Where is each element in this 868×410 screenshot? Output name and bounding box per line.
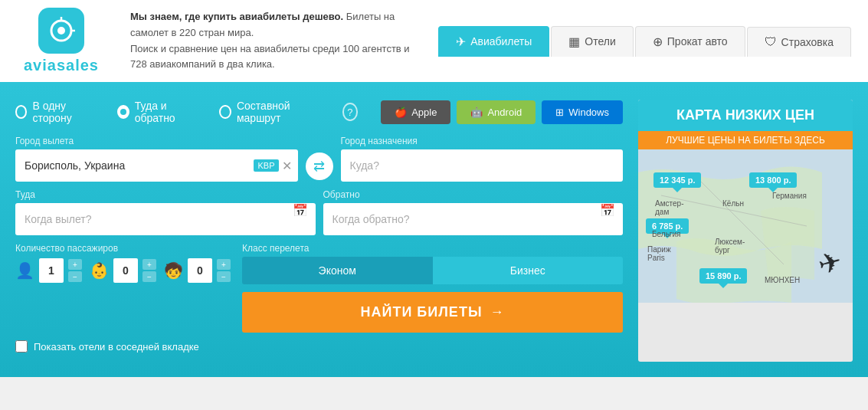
- infant-icon: 🧒: [164, 261, 183, 280]
- hotels-icon: ▦: [568, 34, 580, 49]
- economy-button[interactable]: Эконом: [242, 257, 433, 284]
- price-tag-4: 15 890 р.: [699, 268, 747, 284]
- origin-destination-row: Город вылета KBP ✕ ⇄ Город назначения: [15, 136, 623, 182]
- radio-options: В одну сторону Туда и обратно Составной …: [15, 100, 358, 124]
- radio-circle-one-way: [15, 105, 27, 119]
- airport-code-badge: KBP: [254, 159, 278, 172]
- tab-cars[interactable]: ⊕ Прокат авто: [635, 26, 745, 57]
- class-label: Класс перелета: [242, 243, 623, 254]
- cars-icon: ⊕: [653, 34, 663, 49]
- to-group: Город назначения: [341, 136, 624, 182]
- search-btn-label: НАЙТИ БИЛЕТЫ: [361, 304, 483, 320]
- passengers-label: Количество пассажиров: [15, 243, 231, 254]
- clear-from-button[interactable]: ✕: [282, 159, 292, 173]
- radio-circle-round-trip: [117, 105, 129, 119]
- from-group: Город вылета KBP ✕: [15, 136, 298, 182]
- ad-banner-container: КАРТА НИЗКИХ ЦЕН ЛУЧШИЕ ЦЕНЫ НА БИЛЕТЫ З…: [638, 100, 853, 362]
- logo-area: aviasales: [15, 8, 107, 74]
- city-munich: МЮНХЕН: [765, 276, 800, 284]
- class-buttons: Эконом Бизнес: [242, 257, 623, 284]
- return-input[interactable]: [323, 203, 624, 235]
- to-label: Город назначения: [341, 136, 624, 146]
- apple-button[interactable]: 🍎 Apple: [381, 100, 450, 124]
- passengers-row: 👤 1 + − 👶 0 + −: [15, 258, 231, 283]
- tagline-bold: Мы знаем, где купить авиабилеты дешево.: [130, 11, 343, 22]
- depart-group: Туда 📅: [15, 189, 316, 235]
- radio-one-way[interactable]: В одну сторону: [15, 100, 94, 124]
- return-group: Обратно 📅: [323, 189, 624, 235]
- infants-increment[interactable]: +: [217, 259, 231, 270]
- ad-title: КАРТА НИЗКИХ ЦЕН: [638, 100, 853, 131]
- radio-multi-city-label: Составной маршрут: [237, 100, 319, 124]
- adults-increment[interactable]: +: [68, 259, 82, 270]
- hotels-checkbox-label: Показать отели в соседней вкладке: [34, 341, 199, 353]
- city-germany: Германия: [772, 192, 807, 200]
- children-group: 👶 0 + −: [90, 258, 156, 283]
- children-controls: + −: [142, 259, 156, 282]
- windows-icon: ⊞: [555, 107, 564, 118]
- search-button[interactable]: НАЙТИ БИЛЕТЫ →: [242, 292, 623, 333]
- radio-one-way-label: В одну сторону: [32, 100, 94, 124]
- class-section: Класс перелета Эконом Бизнес НАЙТИ БИЛЕТ…: [242, 243, 623, 333]
- from-label: Город вылета: [15, 136, 298, 146]
- tab-insurance-label: Страховка: [781, 36, 834, 48]
- depart-input[interactable]: [15, 203, 316, 235]
- radio-dot-round-trip: [120, 109, 126, 115]
- svg-point-1: [57, 27, 65, 34]
- swap-button[interactable]: ⇄: [306, 153, 333, 180]
- children-decrement[interactable]: −: [142, 271, 156, 282]
- search-form: В одну сторону Туда и обратно Составной …: [15, 100, 623, 362]
- children-increment[interactable]: +: [142, 259, 156, 270]
- tab-hotels-label: Отели: [585, 35, 615, 48]
- help-icon[interactable]: ?: [342, 103, 359, 121]
- apple-label: Apple: [411, 107, 437, 118]
- tagline-line2: Поиск и сравнение цен на авиабилеты сред…: [130, 41, 415, 74]
- windows-button[interactable]: ⊞ Windows: [542, 100, 623, 124]
- header-tagline: Мы знаем, где купить авиабилеты дешево. …: [123, 9, 423, 73]
- hotels-checkbox-row: Показать отели в соседней вкладке: [15, 340, 623, 353]
- header: aviasales Мы знаем, где купить авиабилет…: [0, 0, 868, 84]
- to-input[interactable]: [341, 149, 624, 182]
- android-button[interactable]: 🤖 Android: [457, 100, 536, 124]
- city-luxembourg: Люксем-бург: [715, 238, 745, 254]
- apple-icon: 🍎: [395, 107, 407, 118]
- radio-round-trip-label: Туда и обратно: [135, 100, 197, 124]
- flights-icon: ✈: [456, 34, 466, 49]
- tab-insurance[interactable]: 🛡 Страховка: [747, 27, 851, 57]
- logo-text: aviasales: [24, 57, 99, 74]
- field-badges: KBP ✕: [254, 159, 291, 173]
- price-tag-2: 13 800 р.: [749, 172, 797, 188]
- adults-group: 👤 1 + −: [15, 258, 82, 283]
- business-button[interactable]: Бизнес: [433, 257, 624, 284]
- radio-circle-multi-city: [219, 105, 231, 119]
- ad-banner: КАРТА НИЗКИХ ЦЕН ЛУЧШИЕ ЦЕНЫ НА БИЛЕТЫ З…: [638, 100, 853, 362]
- android-label: Android: [487, 107, 522, 118]
- ad-map[interactable]: 12 345 р. 13 800 р. 6 785 р. 15 890 р. А…: [638, 149, 853, 303]
- logo-icon: [38, 8, 84, 54]
- android-icon: 🤖: [470, 107, 483, 118]
- return-date-wrapper: 📅: [323, 203, 624, 235]
- passengers-section: Количество пассажиров 👤 1 + − 👶: [15, 243, 231, 283]
- city-koln: Кёльн: [722, 199, 744, 208]
- hotels-checkbox[interactable]: [15, 340, 28, 353]
- infants-count: 0: [188, 258, 212, 283]
- infants-decrement[interactable]: −: [217, 271, 231, 282]
- city-belgium: Бельгия: [652, 230, 681, 238]
- search-arrow-icon: →: [490, 304, 505, 320]
- tab-cars-label: Прокат авто: [667, 35, 728, 48]
- depart-label: Туда: [15, 189, 316, 200]
- windows-label: Windows: [568, 107, 609, 118]
- dates-row: Туда 📅 Обратно 📅: [15, 189, 623, 235]
- radio-round-trip[interactable]: Туда и обратно: [117, 100, 196, 124]
- adult-icon: 👤: [15, 261, 34, 280]
- adults-count: 1: [39, 258, 64, 283]
- app-buttons: 🍎 Apple 🤖 Android ⊞ Windows: [381, 100, 623, 124]
- adults-decrement[interactable]: −: [68, 271, 82, 282]
- children-count: 0: [113, 258, 138, 283]
- price-tag-1: 12 345 р.: [653, 172, 701, 188]
- infants-group: 🧒 0 + −: [164, 258, 231, 283]
- tab-hotels[interactable]: ▦ Отели: [551, 26, 633, 57]
- radio-multi-city[interactable]: Составной маршрут: [219, 100, 319, 124]
- city-amsterdam: Амстер-дам: [655, 199, 683, 216]
- tab-flights[interactable]: ✈ Авиабилеты: [438, 26, 549, 57]
